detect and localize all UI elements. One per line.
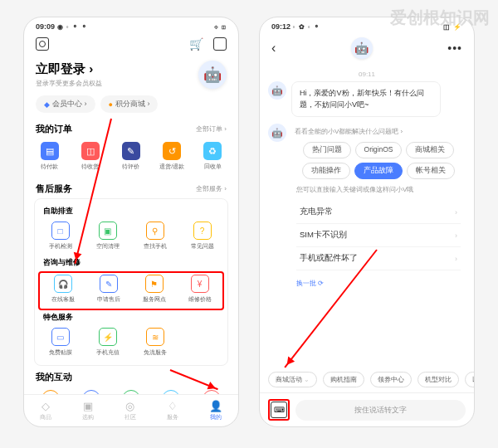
service-points[interactable]: ⚑服务网点 [136,275,173,304]
back-button[interactable]: ‹ [271,41,276,56]
service-box: 自助排查 □手机检测 ▣空间清理 ⚲查找手机 ?常见问题 咨询与维修 🎧在线客服… [34,198,228,366]
login-subtitle: 登录享受更多会员权益 [36,79,102,88]
chip-product-fault[interactable]: 产品故障 [354,163,403,179]
chip-hot[interactable]: 热门问题 [303,142,351,158]
voice-input[interactable]: 按住说话转文字 [295,400,466,421]
chat-timestamp: 09:11 [268,67,466,81]
apply-aftersale[interactable]: ✎申请售后 [90,275,127,304]
bot-message: Hi，亲爱的V粉，新年快乐！有什么问题，不妨问问小V吧~ [291,81,441,117]
category-chips: 热门问题 OriginOS 商城相关 功能操作 产品故障 帐号相关 [291,139,466,182]
chip-mall[interactable]: 商城相关 [406,142,454,158]
free-data[interactable]: ≋免流服务 [137,328,173,357]
chip-function[interactable]: 功能操作 [302,163,350,179]
consult-row-highlighted: 🎧在线客服 ✎申请售后 ⚑服务网点 ¥维修价格 [38,271,224,310]
quick-chip[interactable]: 商城活动 ⌄ [268,372,317,387]
quick-chip[interactable]: 机型对比 [417,372,459,387]
order-recycle[interactable]: ♻回收单 [194,142,231,171]
hint-text: 您可以直接输入关键词或像这样问小V哦 [291,182,466,197]
bot-avatar-icon: 🤖 [268,124,286,142]
chip-account[interactable]: 帐号相关 [407,163,455,179]
member-center-pill[interactable]: ◆会员中心 › [36,95,95,113]
chevron-right-icon: › [455,208,457,217]
chevron-right-icon: › [455,231,457,240]
avatar[interactable]: 🤖 [198,61,227,89]
phone-check[interactable]: □手机检测 [42,222,79,251]
orders-title: 我的订单 [36,123,72,135]
nav-goods[interactable]: ◇商品 [40,400,51,421]
quick-chip[interactable]: 领券中心 [370,372,412,387]
chevron-right-icon: › [455,255,457,263]
refresh-button[interactable]: 换一批 ⟳ [291,274,466,293]
login-section: 立即登录 › 登录享受更多会员权益 🤖 [24,56,238,92]
message-icon[interactable] [213,37,227,51]
order-refund[interactable]: ↺退货/退款 [154,142,190,171]
all-orders-link[interactable]: 全部订单 › [196,124,227,134]
find-phone[interactable]: ⚲查找手机 [137,222,173,251]
quick-chips: 商城活动 ⌄ 购机指南 领券中心 机型对比 以 [260,367,474,392]
order-pending-review[interactable]: ✎待评价 [113,142,149,171]
order-pending-pay[interactable]: ▤待付款 [32,142,68,171]
nav-mine[interactable]: 👤我的 [209,400,222,421]
chat-input-bar: ⌨ 按住说话转文字 [260,392,474,426]
points-mall-pill[interactable]: ●积分商城 › [100,95,159,113]
chip-originos[interactable]: OriginOS [355,142,403,158]
consult-title: 咨询与维修 [37,256,226,271]
settings-icon[interactable] [36,37,49,51]
all-service-link[interactable]: 全部服务 › [196,184,227,193]
special-title: 特色服务 [37,310,226,326]
phone-left: 09:09 ◉ ◦ ⚬ ⚬ ⟐ ◫ 🛒 立即登录 › 登录享受更多会员权益 🤖 … [23,17,239,427]
more-button[interactable]: ••• [447,41,462,55]
login-button[interactable]: 立即登录 › [36,61,102,77]
keyboard-highlight: ⌨ [268,399,290,421]
question-item[interactable]: 充电异常› [296,201,461,224]
self-check-title: 自助排查 [37,204,226,220]
keyboard-icon[interactable]: ⌨ [271,402,287,418]
question-item[interactable]: 手机或配件坏了› [296,247,461,270]
quick-chip[interactable]: 以 [465,372,474,387]
topbar: 🛒 [24,32,238,56]
bot-avatar-icon: 🤖 [351,37,373,59]
repair-price[interactable]: ¥维修价格 [182,275,218,304]
watermark: 爱创根知识网 [390,7,490,29]
nav-service[interactable]: ♢服务 [167,400,178,421]
quick-chip[interactable]: 购机指南 [323,372,364,387]
nav-buy[interactable]: ▣选购 [82,400,94,421]
question-item[interactable]: SIM卡不识别› [296,224,461,247]
bottom-nav: ◇商品 ▣选购 ◎社区 ♢服务 👤我的 [24,394,238,426]
phone-recharge[interactable]: ⚡手机充值 [90,328,126,357]
free-film[interactable]: ▭免费贴膜 [42,328,79,357]
order-pending-receive[interactable]: ◫待收货 [72,142,109,171]
status-bar: 09:09 ◉ ◦ ⚬ ⚬ ⟐ ◫ [24,17,238,32]
phone-right: 09:12 ◦ ✿ ◦ ⚬ ◫ ⚡ ‹ 🤖 ••• 09:11 🤖 Hi，亲爱的… [259,17,475,427]
interact-title: 我的互动 [36,371,72,383]
nav-community[interactable]: ◎社区 [124,400,136,421]
faq[interactable]: ?常见问题 [184,222,221,251]
hint-text: 看看全能的小V都能解决什么问题吧 › [291,124,466,139]
space-clean[interactable]: ▣空间清理 [90,222,126,251]
cart-icon[interactable]: 🛒 [189,37,203,51]
online-service[interactable]: 🎧在线客服 [45,275,81,304]
bot-avatar-icon: 🤖 [268,81,286,100]
service-title: 售后服务 [36,183,72,195]
chat-header: ‹ 🤖 ••• [260,32,474,64]
